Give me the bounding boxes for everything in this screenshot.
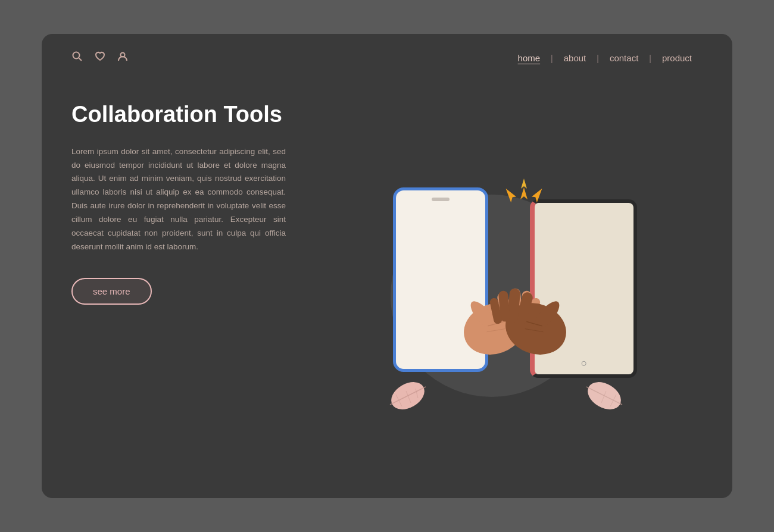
svg-point-0 xyxy=(73,52,80,59)
nav-about[interactable]: about xyxy=(553,53,597,63)
see-more-button[interactable]: see more xyxy=(71,278,152,305)
nav: home | about | contact | product xyxy=(507,53,703,63)
tablets-container xyxy=(375,170,649,420)
hands-illustration xyxy=(435,240,589,371)
leaf-bottom-right xyxy=(578,372,631,414)
svg-marker-4 xyxy=(505,186,517,202)
leaf-bottom-left xyxy=(381,372,435,414)
header-icons xyxy=(71,51,129,65)
page-description: Lorem ipsum dolor sit amet, consectetur … xyxy=(71,145,286,255)
nav-contact[interactable]: contact xyxy=(599,53,649,63)
svg-marker-6 xyxy=(521,179,527,189)
search-icon[interactable] xyxy=(71,51,83,65)
user-icon[interactable] xyxy=(117,51,129,65)
main-content: Collaboration Tools Lorem ipsum dolor si… xyxy=(42,65,732,482)
svg-marker-5 xyxy=(530,186,543,202)
header: home | about | contact | product xyxy=(42,34,732,65)
svg-marker-3 xyxy=(520,187,528,199)
heart-icon[interactable] xyxy=(94,51,106,65)
left-content: Collaboration Tools Lorem ipsum dolor si… xyxy=(71,89,322,482)
illustration xyxy=(322,89,703,482)
main-card: home | about | contact | product Collabo… xyxy=(42,34,732,498)
page-title: Collaboration Tools xyxy=(71,101,322,129)
nav-product[interactable]: product xyxy=(651,53,703,63)
nav-home[interactable]: home xyxy=(507,53,551,63)
svg-line-1 xyxy=(79,58,82,61)
sparks-icon xyxy=(494,176,554,223)
